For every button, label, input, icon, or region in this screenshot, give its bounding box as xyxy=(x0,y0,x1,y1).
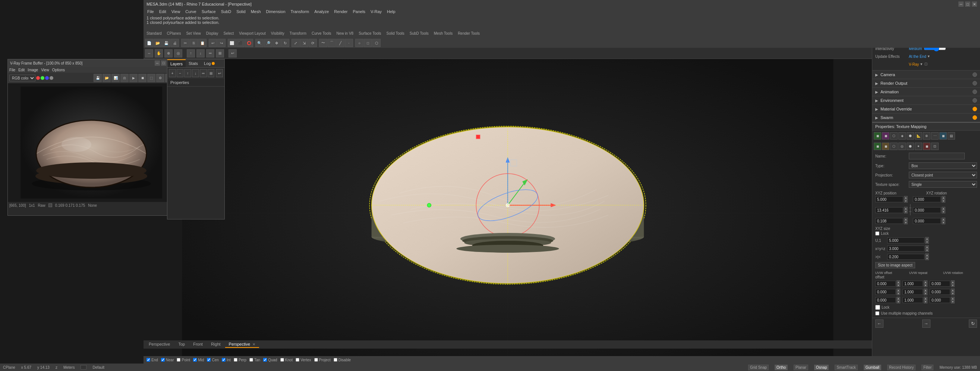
uvw-rep-v[interactable] xyxy=(902,289,923,295)
menu-edit[interactable]: Edit xyxy=(157,9,169,14)
tab-layers[interactable]: Layers xyxy=(167,59,186,67)
osnap-quad[interactable]: Quad xyxy=(263,358,277,362)
size-v-dn[interactable]: ▼ xyxy=(925,249,929,252)
tb-copy[interactable]: ⎘ xyxy=(190,39,198,47)
menu-help[interactable]: Help xyxy=(385,9,398,14)
uvw-rep-w[interactable] xyxy=(902,297,923,303)
tb-line[interactable]: ╱ xyxy=(336,39,344,47)
xyz-rot-z-up[interactable]: ▲ xyxy=(942,217,945,221)
fb-dot-red[interactable] xyxy=(36,76,40,80)
tb-print[interactable]: 🖨 xyxy=(171,39,179,47)
fb-menu-file[interactable]: File xyxy=(9,68,15,72)
uvw-rot-u-up[interactable]: ▲ xyxy=(951,280,955,284)
tb-tab-zoom[interactable]: ⊕ xyxy=(164,49,173,58)
fb-menu-image[interactable]: Image xyxy=(28,68,38,72)
xyz-rot-z[interactable] xyxy=(913,218,941,224)
osnap-vertex[interactable]: Vertex xyxy=(296,358,311,362)
uvw-rep-u[interactable] xyxy=(902,281,923,287)
planar-btn[interactable]: Planar xyxy=(794,365,808,370)
fb-stop-btn[interactable]: ⏹ xyxy=(138,74,146,82)
camera-header[interactable]: ▶ Camera xyxy=(872,70,980,79)
fb-render-btn[interactable]: ▶ xyxy=(129,74,138,82)
xyz-rot-x-up[interactable]: ▲ xyxy=(942,196,945,199)
osnap-cen[interactable]: Cen xyxy=(207,358,218,362)
vp-tab-perspective1[interactable]: Perspective xyxy=(145,341,174,348)
uvw-off-v-dn[interactable]: ▼ xyxy=(897,292,900,295)
menu-subd[interactable]: SubD xyxy=(219,9,234,14)
add-layer-btn[interactable]: + xyxy=(169,69,176,77)
osnap-mid[interactable]: Mid xyxy=(193,358,204,362)
uvw-rot-v[interactable] xyxy=(930,289,950,295)
close-button[interactable]: ✕ xyxy=(972,2,977,7)
tex-icon-12[interactable]: ⊡ xyxy=(931,142,939,150)
tab-stats[interactable]: Stats xyxy=(186,59,201,67)
fb-compare-btn[interactable]: ⚖ xyxy=(120,74,129,82)
render-output-header[interactable]: ▶ Render Output xyxy=(872,79,980,87)
menu-curve[interactable]: Curve xyxy=(183,9,198,14)
swarm-header[interactable]: ▶ Swarm xyxy=(872,114,980,122)
fb-menu-options[interactable]: Options xyxy=(52,68,65,72)
uvw-rep-w-up[interactable]: ▲ xyxy=(924,297,928,300)
tex-icon-3[interactable]: ⬢ xyxy=(907,132,914,139)
uvw-rep-w-dn[interactable]: ▼ xyxy=(924,300,928,304)
xyz-rot-y-up[interactable]: ▲ xyxy=(942,207,945,210)
projection-select[interactable]: Closest point Normal xyxy=(909,172,977,178)
tb-zoom-all[interactable]: 🔎 xyxy=(264,39,272,47)
xyz-pos-x-dn[interactable]: ▼ xyxy=(904,199,908,203)
uvw-rot-u[interactable] xyxy=(930,281,950,287)
layer-expand-btn[interactable]: ⊞ xyxy=(208,69,215,77)
tb-rotate-obj[interactable]: ⟳ xyxy=(309,39,317,47)
tb-tab-expand[interactable]: ⊞ xyxy=(216,49,224,58)
xyz-pos-y-up[interactable]: ▲ xyxy=(904,207,908,210)
nav-refresh-btn[interactable]: ↻ xyxy=(969,320,977,328)
osnap-tan[interactable]: Tan xyxy=(250,358,260,362)
size-v-input[interactable] xyxy=(887,246,924,251)
tex-icon-7[interactable]: ▤ xyxy=(948,132,955,139)
tex-icon-purple[interactable]: ◼ xyxy=(882,132,889,139)
tb-pan[interactable]: ✥ xyxy=(272,39,281,47)
layer-dn-btn[interactable]: ↓ xyxy=(192,69,199,77)
fb-menu-view[interactable]: View xyxy=(41,68,49,72)
xyz-rot-y-dn[interactable]: ▼ xyxy=(942,210,945,213)
menu-dimension[interactable]: Dimension xyxy=(264,9,288,14)
tex-icon-10[interactable]: ⬢ xyxy=(907,142,914,150)
uvw-off-v-up[interactable]: ▲ xyxy=(897,288,900,292)
uvw-rot-w-dn[interactable]: ▼ xyxy=(951,300,955,304)
xyz-pos-z-up[interactable]: ▲ xyxy=(904,217,908,221)
osnap-disable[interactable]: Disable xyxy=(334,358,351,362)
tb-redo[interactable]: ↪ xyxy=(217,39,226,47)
tb-scale[interactable]: ⇲ xyxy=(300,39,308,47)
xyz-pos-x[interactable] xyxy=(875,196,903,202)
size-to-image-btn[interactable]: Size to image aspect xyxy=(875,262,915,269)
tb-open[interactable]: 📂 xyxy=(154,39,162,47)
osnap-perp[interactable]: Perp xyxy=(234,358,247,362)
tex-icon-8[interactable]: ⬡ xyxy=(890,142,897,150)
size-u-up[interactable]: ▲ xyxy=(925,237,929,240)
menu-analyze[interactable]: Analyze xyxy=(312,9,331,14)
xyz-rot-x[interactable] xyxy=(913,196,941,202)
osnap-point[interactable]: Point xyxy=(177,358,190,362)
animation-toggle[interactable] xyxy=(972,90,977,94)
uvw-off-u[interactable] xyxy=(875,281,896,287)
tb-tab-orbit[interactable]: ◎ xyxy=(174,49,182,58)
osnap-knot[interactable]: Knot xyxy=(280,358,293,362)
layer-up-btn[interactable]: ↑ xyxy=(184,69,191,77)
fb-dot-blue[interactable] xyxy=(45,76,49,80)
size-w-dn[interactable]: ▼ xyxy=(925,257,929,260)
fb-minimize[interactable]: ─ xyxy=(155,61,160,66)
tb-tab-layers-up[interactable]: ↑ xyxy=(187,49,195,58)
tex-icon-6[interactable]: ⋯ xyxy=(931,132,939,139)
fb-dot-green[interactable] xyxy=(41,76,45,80)
xyz-pos-y[interactable] xyxy=(875,207,903,213)
uvw-off-w[interactable] xyxy=(875,297,896,303)
vp-tab-perspective2[interactable]: Perspective ✕ xyxy=(225,341,259,348)
fb-open-btn[interactable]: 📂 xyxy=(102,74,111,82)
menu-file[interactable]: File xyxy=(145,9,156,14)
tb-tab-flatten[interactable]: ═ xyxy=(206,49,214,58)
tb-polyline[interactable]: ⌒ xyxy=(328,39,336,47)
multiple-mapping-checkbox[interactable] xyxy=(875,311,879,315)
tb-paste[interactable]: 📋 xyxy=(198,39,207,47)
material-override-header[interactable]: ▶ Material Override xyxy=(872,105,980,113)
environment-header[interactable]: ▶ Environment xyxy=(872,96,980,104)
name-input[interactable] xyxy=(909,153,965,159)
